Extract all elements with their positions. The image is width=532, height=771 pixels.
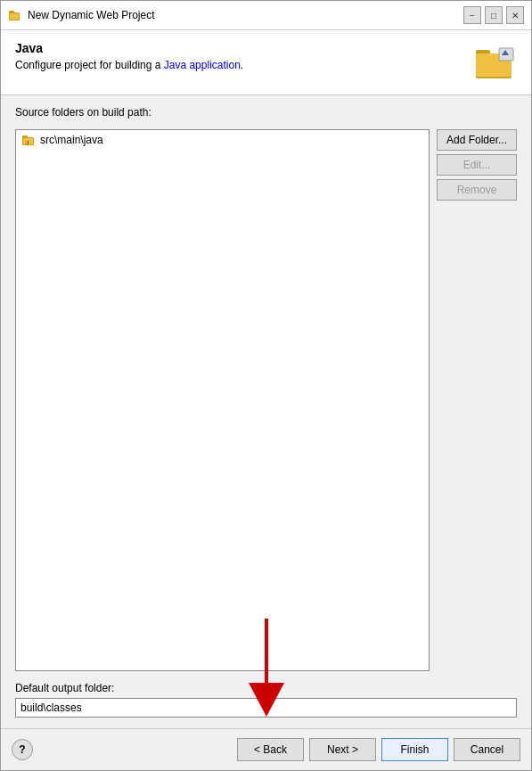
list-item: J src\main\java [16, 130, 429, 150]
edit-button[interactable]: Edit... [437, 154, 517, 176]
svg-rect-9 [22, 135, 28, 138]
side-buttons: Add Folder... Edit... Remove [437, 129, 517, 671]
title-bar: New Dynamic Web Project − □ ✕ [1, 1, 531, 30]
add-folder-button[interactable]: Add Folder... [437, 129, 517, 151]
bottom-bar: ? < Back Next > Finish Cancel [1, 728, 531, 770]
package-icon: J [21, 133, 36, 147]
header-section: Java Configure project for building a Ja… [1, 30, 531, 95]
header-subtitle: Configure project for building a Java ap… [15, 59, 465, 71]
navigation-buttons: < Back Next > Finish Cancel [237, 738, 520, 761]
minimize-button[interactable]: − [463, 6, 481, 24]
help-button[interactable]: ? [12, 739, 33, 760]
source-folders-row: J src\main\java Add Folder... Edit... Re… [15, 129, 517, 671]
source-folders-label: Source folders on build path: [15, 106, 517, 119]
folder-header-icon [474, 41, 517, 84]
finish-button[interactable]: Finish [381, 738, 448, 761]
maximize-button[interactable]: □ [485, 6, 503, 24]
folder-item-name: src\main\java [40, 134, 103, 146]
next-button[interactable]: Next > [309, 738, 376, 761]
source-folders-list[interactable]: J src\main\java [15, 129, 430, 671]
back-button[interactable]: < Back [237, 738, 304, 761]
svg-rect-1 [9, 11, 14, 13]
svg-text:J: J [26, 140, 29, 145]
close-button[interactable]: ✕ [506, 6, 524, 24]
title-bar-controls: − □ ✕ [463, 6, 524, 24]
java-application-link[interactable]: Java application [164, 59, 241, 71]
cancel-button[interactable]: Cancel [454, 738, 520, 761]
main-content: Source folders on build path: J src\main… [1, 95, 531, 728]
svg-marker-13 [249, 683, 284, 717]
title-bar-icon [8, 8, 22, 22]
header-title: Java [15, 41, 465, 55]
svg-rect-2 [10, 13, 19, 20]
arrow-indicator [240, 619, 293, 719]
title-bar-text: New Dynamic Web Project [28, 9, 463, 21]
header-text: Java Configure project for building a Ja… [15, 41, 465, 71]
dialog-window: New Dynamic Web Project − □ ✕ Java Confi… [0, 0, 532, 771]
remove-button[interactable]: Remove [437, 179, 517, 201]
